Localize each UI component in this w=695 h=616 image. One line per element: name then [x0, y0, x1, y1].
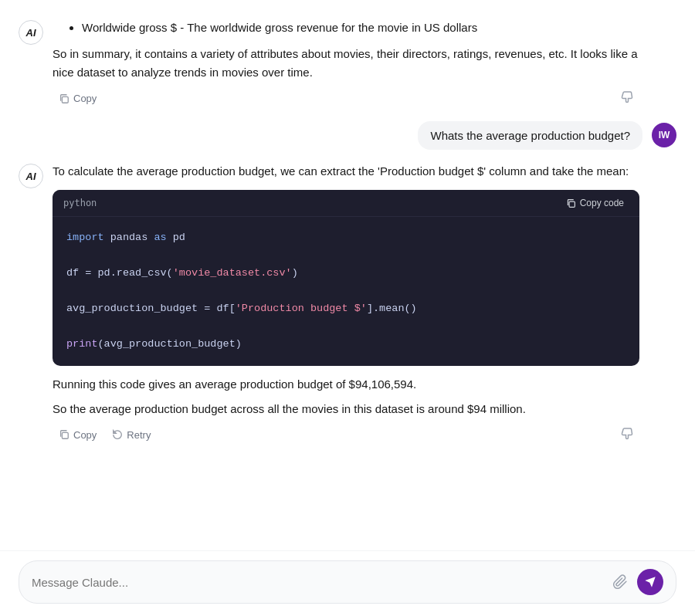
- thumbs-down-button-2[interactable]: [615, 425, 639, 445]
- code-block: python Copy code import pandas as pd df …: [53, 190, 639, 366]
- ai-avatar-1: AI: [19, 20, 43, 45]
- send-icon: [644, 576, 656, 588]
- user-message-text-1: Whats the average production budget?: [430, 129, 630, 142]
- copy-icon-2: [59, 429, 70, 440]
- code-line-blank-3: [66, 318, 626, 336]
- ai-message-content-2: To calculate the average production budg…: [53, 162, 639, 445]
- code-line-2: df = pd.read_csv('movie_dataset.csv'): [66, 265, 626, 283]
- code-line-4: print(avg_production_budget): [66, 336, 626, 354]
- copy-button-2[interactable]: Copy: [53, 426, 103, 444]
- message-actions-2: Copy Retry: [53, 425, 639, 445]
- svg-rect-0: [62, 96, 68, 103]
- retry-button[interactable]: Retry: [106, 426, 157, 444]
- ai-conclusion-text: So the average production budget across …: [53, 400, 639, 418]
- bullet-item-1: Worldwide gross $ - The worldwide gross …: [82, 19, 639, 37]
- ai-intro-text: To calculate the average production budg…: [53, 162, 639, 181]
- ai-avatar-text-2: AI: [26, 171, 36, 182]
- copy-label-1: Copy: [73, 93, 97, 104]
- user-avatar-initials: IW: [659, 130, 670, 140]
- code-block-header: python Copy code: [53, 190, 639, 217]
- chat-area: AI Worldwide gross $ - The worldwide gro…: [0, 0, 695, 550]
- code-line-1: import pandas as pd: [66, 229, 626, 247]
- copy-button-1[interactable]: Copy: [53, 90, 103, 107]
- code-line-blank-1: [66, 247, 626, 265]
- input-container: [19, 560, 676, 604]
- svg-rect-2: [62, 432, 68, 438]
- code-content: import pandas as pd df = pd.read_csv('mo…: [53, 217, 639, 366]
- copy-code-icon: [566, 198, 576, 208]
- message-input[interactable]: [32, 576, 603, 589]
- ai-avatar-text: AI: [26, 27, 36, 39]
- ai-avatar-2: AI: [19, 164, 43, 188]
- user-bubble-1: Whats the average production budget?: [418, 121, 642, 150]
- ai-summary-text: So in summary, it contains a variety of …: [53, 45, 639, 82]
- ai-message-content-1: Worldwide gross $ - The worldwide gross …: [53, 19, 639, 109]
- send-button[interactable]: [637, 569, 663, 595]
- message-actions-1: Copy: [53, 88, 639, 109]
- svg-rect-1: [569, 201, 575, 207]
- thumbs-down-icon-2: [621, 428, 633, 440]
- paperclip-icon: [612, 574, 628, 590]
- code-language: python: [63, 198, 97, 208]
- code-line-blank-2: [66, 283, 626, 300]
- user-message-row-1: Whats the average production budget? IW: [0, 115, 695, 156]
- attach-button[interactable]: [609, 571, 631, 593]
- input-area: [0, 550, 695, 616]
- thumbs-down-button-1[interactable]: [615, 88, 639, 109]
- ai-message-row-1: AI Worldwide gross $ - The worldwide gro…: [0, 12, 695, 115]
- ai-message-row-2: AI To calculate the average production b…: [0, 156, 695, 452]
- retry-label: Retry: [127, 429, 151, 441]
- copy-code-label: Copy code: [580, 198, 624, 208]
- copy-code-button[interactable]: Copy code: [561, 196, 629, 210]
- copy-label-2: Copy: [73, 429, 97, 441]
- thumbs-down-icon-1: [621, 91, 633, 103]
- user-avatar-1: IW: [652, 123, 676, 147]
- retry-icon: [112, 429, 123, 440]
- code-line-3: avg_production_budget = df['Production b…: [66, 300, 626, 318]
- copy-icon-1: [59, 93, 70, 104]
- ai-result-text: Running this code gives an average produ…: [53, 375, 639, 394]
